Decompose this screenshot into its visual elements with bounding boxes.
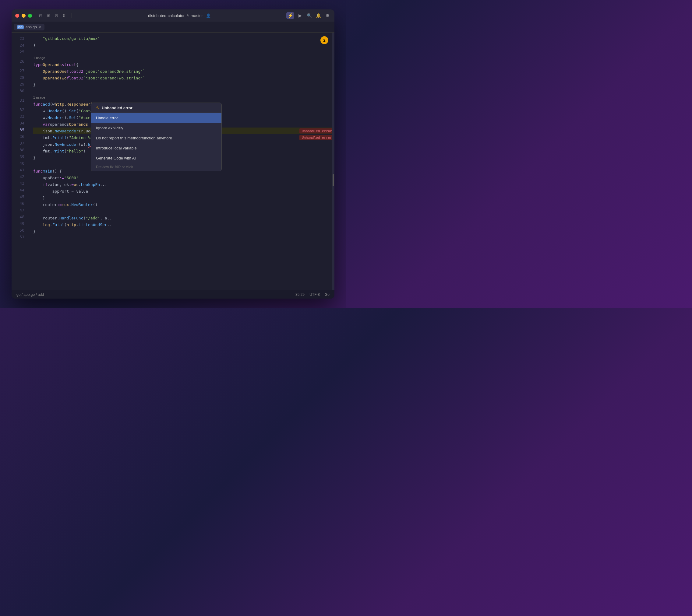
titlebar-center: distributed-calculator ⑂ master 👤: [76, 13, 283, 19]
user-plus-icon[interactable]: 👤: [205, 13, 211, 19]
line-num-48: 48: [12, 213, 28, 220]
popup-header: ⚠ Unhandled error: [91, 103, 222, 113]
encoding: UTF-8: [310, 292, 320, 297]
line-num-25: 25: [12, 48, 28, 55]
editor-area: 23 24 25 26 27 28 29 30 31 32 33 34 35 3…: [12, 32, 334, 290]
line-num-26: 26: [12, 55, 28, 67]
bell-icon[interactable]: 🔔: [315, 12, 322, 19]
branch-name: master: [191, 14, 203, 18]
code-line-29: }: [33, 81, 334, 88]
line-num-24: 24: [12, 42, 28, 48]
line-num-34: 34: [12, 119, 28, 126]
status-right: 35:29 UTF-8 Go: [295, 292, 330, 297]
line-num-30: 30: [12, 87, 28, 94]
line-num-37: 37: [12, 140, 28, 147]
titlebar: ⊟ ⊞ ⊠ ⠿ distributed-calculator ⑂ master …: [12, 9, 334, 22]
line-num-51: 51: [12, 234, 28, 240]
scrollbar[interactable]: [332, 32, 334, 290]
project-name: distributed-calculator: [148, 14, 185, 18]
grid-icon[interactable]: ⠿: [61, 13, 67, 19]
annotation-26: 1 usage: [33, 55, 334, 61]
code-line-26: type Operands struct {: [33, 61, 334, 68]
code-line-25: [33, 48, 334, 55]
code-line-23: "github.com/gorilla/mux": [33, 35, 334, 42]
traffic-lights: [15, 14, 32, 18]
play-icon[interactable]: ▶: [297, 12, 303, 19]
cursor-position: 35:29: [295, 292, 305, 297]
divider: [71, 13, 72, 18]
tab-filename: app.go: [26, 25, 37, 29]
maximize-button[interactable]: [28, 14, 32, 18]
line-num-39: 39: [12, 153, 28, 160]
error-badge-35: Unhandled error: [299, 128, 334, 134]
branch-info: ⑂ master: [187, 14, 203, 18]
line-num-32: 32: [12, 106, 28, 113]
search-icon[interactable]: 🔍: [306, 12, 313, 19]
main-window: ⊟ ⊞ ⊠ ⠿ distributed-calculator ⑂ master …: [12, 9, 334, 299]
code-area[interactable]: 2 "github.com/gorilla/mux" ) 1 usage typ…: [28, 32, 334, 290]
code-line-49: log.Fatal(http.ListenAndSer...: [33, 221, 334, 228]
line-num-44: 44: [12, 186, 28, 193]
line-num-43: 43: [12, 180, 28, 186]
line-num-40: 40: [12, 160, 28, 167]
close-button[interactable]: [15, 14, 19, 18]
line-num-27: 27: [12, 67, 28, 74]
tab-app-go[interactable]: GO app.go ✕: [14, 24, 44, 30]
scrollbar-thumb[interactable]: [333, 174, 334, 186]
code-line-48: router.HandleFunc("/add", a...: [33, 215, 334, 221]
line-num-47: 47: [12, 207, 28, 213]
line-num-50: 50: [12, 227, 28, 234]
tab-lang-badge: GO: [17, 25, 24, 29]
line-num-29: 29: [12, 81, 28, 87]
menu-item-hint: Preview fix ⌘P or click: [91, 163, 222, 171]
menu-item-no-report[interactable]: Do not report this method/function anymo…: [91, 133, 222, 143]
language: Go: [325, 292, 330, 297]
warning-icon: ⚠: [95, 105, 99, 110]
error-badge-36: Unhandled error: [299, 135, 334, 140]
git-icon: ⑂: [187, 14, 189, 18]
line-num-45: 45: [12, 193, 28, 200]
line-num-36: 36: [12, 133, 28, 140]
menu-item-handle-error[interactable]: Handle error: [91, 113, 222, 123]
minimize-button[interactable]: [22, 14, 26, 18]
line-num-41: 41: [12, 167, 28, 173]
line-num-28: 28: [12, 74, 28, 81]
code-line-27: OperandOne float32 `json:"operandOne,str…: [33, 68, 334, 74]
line-num-42: 42: [12, 173, 28, 180]
line-num-33: 33: [12, 113, 28, 119]
tab-close-icon[interactable]: ✕: [39, 25, 41, 29]
titlebar-icons: ⊟ ⊞ ⊠ ⠿: [38, 13, 67, 19]
code-line-50: }: [33, 228, 334, 235]
menu-item-ignore[interactable]: Ignore explicitly: [91, 123, 222, 133]
annotation-31: 1 usage: [33, 95, 334, 100]
menu-item-generate-ai[interactable]: Generate Code with AI: [91, 153, 222, 163]
lightning-button[interactable]: ⚡: [286, 12, 294, 19]
sidebar-left-icon[interactable]: ⊟: [38, 13, 44, 19]
line-num-23: 23: [12, 35, 28, 42]
status-bar: go / app.go / add 35:29 UTF-8 Go: [12, 290, 334, 299]
panel-bottom-icon[interactable]: ⊞: [45, 13, 51, 19]
code-line-28: OperandTwo float32 `json:"operandTwo,str…: [33, 74, 334, 81]
menu-item-introduce-var[interactable]: Introduce local variable: [91, 143, 222, 153]
code-line-30: [33, 88, 334, 95]
sidebar-right-icon[interactable]: ⊠: [53, 13, 59, 19]
titlebar-right-actions: ⚡ ▶ 🔍 🔔 ⚙: [286, 12, 331, 19]
error-popup: ⚠ Unhandled error Handle error Ignore ex…: [91, 103, 222, 204]
breadcrumb: go / app.go / add: [17, 292, 44, 297]
code-line-51: [33, 235, 334, 241]
line-num-38: 38: [12, 147, 28, 153]
code-line-47: [33, 208, 334, 215]
line-num-46: 46: [12, 200, 28, 207]
code-line-24: ): [33, 42, 334, 48]
line-num-49: 49: [12, 220, 28, 227]
popup-title: Unhandled error: [102, 106, 132, 110]
line-num-35: 35: [12, 126, 28, 133]
popup-menu: Handle error Ignore explicitly Do not re…: [91, 113, 222, 171]
line-numbers: 23 24 25 26 27 28 29 30 31 32 33 34 35 3…: [12, 32, 28, 290]
line-num-31: 31: [12, 94, 28, 106]
tab-bar: GO app.go ✕: [12, 22, 334, 32]
settings-icon[interactable]: ⚙: [324, 12, 331, 19]
